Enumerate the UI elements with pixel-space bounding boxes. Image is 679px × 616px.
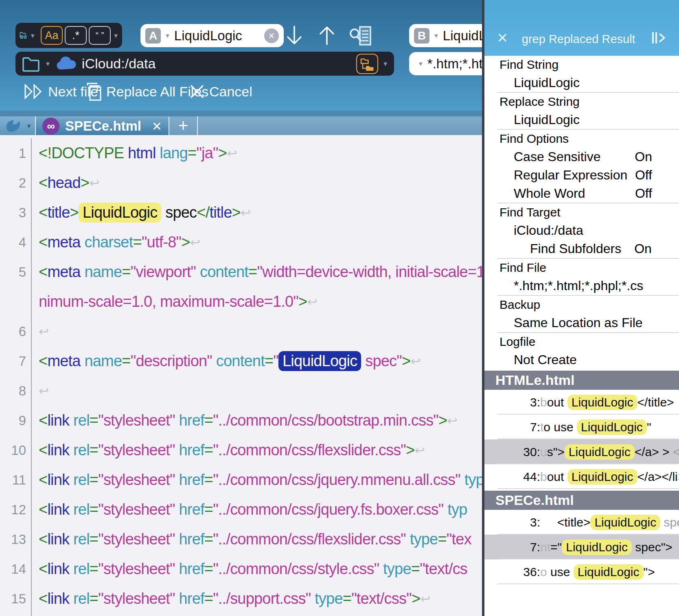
- panel-close-icon[interactable]: ✕: [497, 30, 508, 46]
- find-target-bar[interactable]: ▼ iCloud:/data ▼: [15, 52, 394, 76]
- code-segment: type: [379, 560, 411, 578]
- find-prev-up-icon[interactable]: [318, 24, 336, 46]
- find-value[interactable]: LiquidLogic: [174, 28, 261, 44]
- regex-button[interactable]: .*: [65, 26, 87, 45]
- file-filter-value[interactable]: *.htm;*.ht: [427, 56, 482, 72]
- code-segment: ↩: [447, 413, 457, 428]
- result-line-number: 7:: [484, 420, 540, 434]
- code-text: <link rel="stylesheet" href="../support.…: [32, 584, 430, 614]
- tab-spece-html[interactable]: ∞ SPECe.html ✕: [36, 116, 169, 135]
- code-line[interactable]: 14<link rel="stylesheet" href="../common…: [0, 554, 482, 584]
- grep-mode-caret-icon[interactable]: ▼: [30, 33, 36, 39]
- result-row[interactable]: 3: <title>LiquidLogic spe: [484, 510, 679, 535]
- code-line[interactable]: 8↩: [0, 376, 482, 406]
- code-line[interactable]: 4<meta charset="utf-8">↩: [0, 227, 482, 257]
- result-row[interactable]: 7:to use LiquidLogic": [484, 415, 679, 439]
- code-line[interactable]: 1<!DOCTYPE html lang="ja">↩: [0, 138, 482, 168]
- folder-tree-button[interactable]: [356, 54, 378, 74]
- code-lines: 1<!DOCTYPE html lang="ja">↩2<head>↩3<tit…: [0, 135, 482, 616]
- result-row[interactable]: 3:bout LiquidLogic</title>: [484, 390, 679, 415]
- section-label: Backup: [484, 296, 679, 314]
- code-segment: "text/cs: [420, 560, 467, 578]
- replace-value[interactable]: LiquidLog: [443, 28, 482, 44]
- code-segment: LiquidLogic: [278, 351, 361, 371]
- code-segment: "../common/css/bootstrap.min.css": [213, 412, 438, 429]
- code-segment: content: [196, 263, 248, 281]
- file-filter-input[interactable]: ▼ *.htm;*.ht: [409, 52, 482, 75]
- code-line[interactable]: 3<title>LiquidLogic spec</title>↩: [0, 198, 482, 227]
- result-row[interactable]: 44:bout LiquidLogic</a></li>: [484, 464, 679, 489]
- replace-badge[interactable]: B: [414, 28, 429, 44]
- folder-caret-icon[interactable]: ▼: [45, 61, 51, 67]
- code-line[interactable]: 7<meta name="description" content="Liqui…: [0, 346, 482, 376]
- code-text: <!DOCTYPE html lang="ja">↩: [32, 138, 237, 168]
- folder-icon: [21, 55, 41, 72]
- section-value[interactable]: *.htm;*.html;*.phpl;*.cs: [484, 277, 679, 295]
- grep-files-icon[interactable]: A B: [19, 26, 28, 45]
- code-segment: ↩: [410, 354, 421, 368]
- code-segment: link: [47, 560, 69, 578]
- case-sensitive-button[interactable]: Aa: [41, 26, 63, 45]
- code-line[interactable]: 15<link rel="stylesheet" href="../suppor…: [0, 584, 482, 614]
- code-editor[interactable]: 1<!DOCTYPE html lang="ja">↩2<head>↩3<tit…: [0, 135, 482, 616]
- result-row[interactable]: 7:nt="LiquidLogic spec">: [484, 535, 679, 559]
- section-value[interactable]: LiquidLogic: [484, 74, 679, 92]
- code-segment: <: [39, 234, 47, 251]
- code-line[interactable]: 13<link rel="stylesheet" href="../common…: [0, 524, 482, 554]
- code-segment: "../common/css/jquery.fs.boxer.css": [213, 501, 443, 518]
- result-row[interactable]: 30:us">LiquidLogic</a> > <: [484, 439, 679, 464]
- code-segment: <: [39, 590, 47, 607]
- find-next-down-icon[interactable]: [285, 24, 304, 46]
- find-list-icon[interactable]: [348, 24, 373, 48]
- find-target-path: iCloud:/data: [82, 56, 352, 72]
- code-line[interactable]: 9<link rel="stylesheet" href="../common/…: [0, 406, 482, 435]
- code-line[interactable]: 12<link rel="stylesheet" href="../common…: [0, 495, 482, 524]
- code-line[interactable]: 6↩: [0, 317, 482, 346]
- panel-title: grep Replaced Result: [508, 33, 649, 46]
- section-value[interactable]: Not Create: [484, 351, 679, 369]
- replace-input[interactable]: B ▼ LiquidLog: [409, 24, 482, 47]
- code-line[interactable]: 16<link rel="stylesheet" href="../common…: [0, 614, 482, 616]
- cancel-button[interactable]: Cancel: [188, 81, 252, 103]
- code-segment: "../support.css": [213, 590, 311, 607]
- code-text: <meta charset="utf-8">↩: [32, 227, 200, 257]
- code-line[interactable]: 11<link rel="stylesheet" href="../common…: [0, 465, 482, 495]
- options-caret-icon[interactable]: ▼: [113, 33, 119, 39]
- section-value[interactable]: Find Subfolders On: [484, 240, 679, 258]
- tree-caret-icon[interactable]: ▼: [382, 61, 388, 67]
- section-value[interactable]: Case SensitiveOn: [484, 148, 679, 166]
- section-value-text: iCloud:/data: [514, 223, 583, 238]
- code-segment: spec: [161, 204, 197, 221]
- code-line[interactable]: nimum-scale=1.0, maximum-scale=1.0">↩: [0, 287, 482, 317]
- result-row[interactable]: 36:o use LiquidLogic">: [484, 559, 679, 584]
- section-value[interactable]: Whole WordOff: [484, 184, 679, 203]
- find-badge-caret-icon[interactable]: ▼: [164, 33, 171, 39]
- clear-find-icon[interactable]: ✕: [264, 28, 279, 43]
- app-menu-button[interactable]: ▼: [0, 116, 36, 135]
- section-value[interactable]: LiquidLogic: [484, 111, 679, 129]
- section-value[interactable]: iCloud:/data: [484, 221, 679, 240]
- result-text: </a></li: [637, 470, 678, 484]
- code-line[interactable]: 2<head>↩: [0, 168, 482, 198]
- code-line[interactable]: 10<link rel="stylesheet" href="../common…: [0, 435, 482, 465]
- panel-expand-icon[interactable]: [649, 30, 667, 46]
- find-input[interactable]: A ▼ LiquidLogic ✕: [140, 24, 284, 47]
- tab-close-icon[interactable]: ✕: [152, 119, 162, 133]
- section-value[interactable]: Same Location as File: [484, 314, 679, 332]
- code-segment: meta: [47, 234, 80, 251]
- code-segment: rel: [69, 590, 90, 607]
- file-caret-icon[interactable]: ▼: [418, 61, 424, 67]
- code-segment: ↩: [227, 146, 237, 160]
- section-value-text: Not Create: [514, 352, 577, 367]
- find-badge[interactable]: A: [145, 28, 161, 44]
- icloud-icon: [55, 56, 78, 72]
- replace-badge-caret-icon[interactable]: ▼: [433, 33, 439, 39]
- code-segment: >: [298, 293, 307, 310]
- code-segment: =: [90, 471, 98, 489]
- code-text: <link rel="stylesheet" href="../common/c…: [32, 435, 425, 465]
- section-value[interactable]: Regular ExpressionOff: [484, 166, 679, 184]
- quote-button[interactable]: “ ”: [89, 26, 111, 45]
- code-line[interactable]: 5<meta name="viewport" content="width=de…: [0, 257, 482, 287]
- result-line-number: 3:: [484, 516, 540, 529]
- new-tab-button[interactable]: +: [169, 116, 198, 135]
